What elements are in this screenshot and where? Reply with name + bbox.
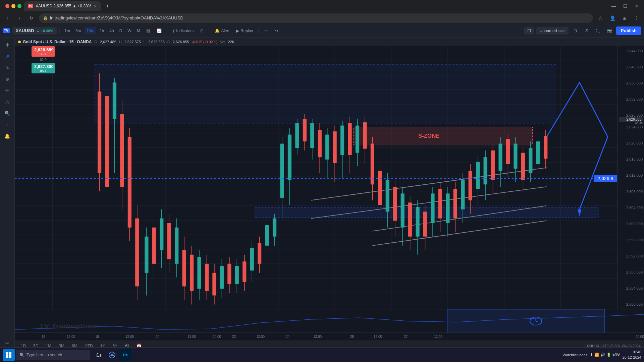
- svg-rect-48: [135, 219, 139, 287]
- svg-rect-152: [529, 148, 532, 173]
- undo-btn[interactable]: ↩: [261, 26, 271, 36]
- replay-btn[interactable]: ▶ Replay: [233, 27, 256, 35]
- time-label-1200-1: 12:00: [67, 335, 75, 339]
- svg-rect-58: [175, 228, 178, 264]
- restore-window-btn[interactable]: ☐: [621, 1, 630, 11]
- menu-btn[interactable]: ⋮: [632, 13, 641, 23]
- time-label-25: 25: [350, 335, 354, 339]
- sidebar-arrow-tool[interactable]: ↗: [2, 51, 13, 62]
- browser-tab[interactable]: TV XAUUSD 2,626.855 ▲ +0.38% ✕: [24, 1, 101, 11]
- templates-btn[interactable]: ⊞: [198, 27, 206, 35]
- close-btn[interactable]: [5, 4, 9, 8]
- taskbar-photoshop-btn[interactable]: Ps: [119, 349, 131, 361]
- timeframe-4h[interactable]: 4h: [107, 27, 116, 35]
- time-label-27: 27: [404, 335, 408, 339]
- fullscreen-btn[interactable]: ⛶: [593, 26, 603, 36]
- timeframe-w[interactable]: W: [125, 27, 133, 35]
- sidebar-draw-tool[interactable]: ✎: [2, 62, 13, 73]
- timeframe-d[interactable]: D: [117, 27, 124, 35]
- svg-text:2,626.8: 2,626.8: [598, 176, 613, 181]
- alert-btn[interactable]: 🔔 Alert: [212, 27, 232, 35]
- sidebar-measure-tool[interactable]: 🔍: [2, 108, 13, 119]
- toolbar-sep-2: [167, 27, 167, 34]
- price-level: 2,596.000: [619, 238, 643, 242]
- tv-logo: TV: [3, 28, 10, 33]
- svg-rect-80: [258, 243, 261, 264]
- start-button[interactable]: [3, 349, 15, 361]
- replay-label: Replay: [240, 28, 253, 33]
- svg-rect-161: [447, 309, 605, 333]
- refresh-btn[interactable]: ↻: [27, 13, 36, 23]
- chart-canvas[interactable]: S-ZONE: [15, 46, 617, 309]
- sidebar-cursor-tool[interactable]: ✚: [2, 40, 13, 50]
- sidebar-fib-tool[interactable]: ✏: [2, 85, 13, 96]
- time-label-1200-2: 12:00: [125, 335, 134, 339]
- screenshot-icon: ⊡: [574, 28, 577, 33]
- sidebar-alert-tool[interactable]: 🔔: [2, 131, 13, 141]
- timeframe-1m[interactable]: 1m: [62, 27, 72, 35]
- address-bar[interactable]: 🔒 in.tradingview.com/chart/ZeVXyKXM/?sym…: [39, 13, 593, 23]
- nav-chart[interactable]: TV TradingView: [15, 309, 644, 333]
- timeframe-m[interactable]: M: [135, 27, 142, 35]
- chart-type-btn[interactable]: ▤: [144, 27, 153, 35]
- tradingview-app: TV XAUUSD ▲ +0.38% 1m 5m 15m 1h 4h D W M…: [0, 24, 644, 362]
- back-btn[interactable]: ‹: [3, 13, 12, 23]
- tray-icon-1: ⬆: [590, 353, 593, 357]
- svg-rect-112: [378, 171, 382, 205]
- svg-rect-29: [354, 127, 532, 145]
- buy-button[interactable]: 2,627.300 BUY: [32, 63, 55, 73]
- current-price-label: 2,626.855: [619, 117, 643, 122]
- timeframe-15m[interactable]: 15m: [85, 27, 96, 35]
- layout-btn[interactable]: ☐: [524, 27, 534, 35]
- unnamed-btn[interactable]: Unnamed Save: [536, 27, 569, 35]
- svg-rect-138: [476, 162, 480, 189]
- profile-btn[interactable]: 👤: [608, 13, 617, 23]
- tv-toolbar: TV XAUUSD ▲ +0.38% 1m 5m 15m 1h 4h D W M…: [0, 24, 644, 38]
- screenshot-btn[interactable]: ⊡: [571, 26, 580, 36]
- minimize-window-btn[interactable]: —: [609, 1, 619, 11]
- price-level: 2,588.000: [619, 270, 643, 274]
- left-sidebar: ✚ ↗ ✎ ⊕ ✏ ◎ 🔍 ↕ 🔔 ✂ 🗑: [0, 38, 15, 362]
- time-label-1200-7: 12:00: [434, 335, 442, 339]
- chart-style-btn[interactable]: 📈: [154, 27, 164, 35]
- chart-and-axis: S-ZONE: [15, 46, 644, 309]
- sidebar-zoom-tool[interactable]: ↕: [2, 119, 13, 130]
- svg-rect-94: [310, 123, 314, 148]
- svg-rect-62: [190, 255, 194, 291]
- tab-close-btn[interactable]: ✕: [94, 4, 97, 8]
- close-window-btn[interactable]: ✕: [632, 1, 641, 11]
- svg-rect-88: [288, 135, 291, 180]
- taskbar-explorer-btn[interactable]: 🗂: [93, 349, 105, 361]
- timeframe-1h[interactable]: 1h: [98, 27, 106, 35]
- sidebar-pattern-tool[interactable]: ◎: [2, 97, 13, 107]
- bookmark-btn[interactable]: ☆: [596, 13, 605, 23]
- publish-button[interactable]: Publish: [616, 26, 641, 35]
- time-label-2000-2: 20:00: [636, 335, 644, 339]
- svg-rect-132: [453, 189, 457, 219]
- svg-rect-46: [128, 137, 131, 227]
- close-label: C: [167, 40, 170, 44]
- price-level: 2,584.000: [619, 286, 643, 290]
- toolbar-sep-3: [209, 27, 209, 34]
- maximize-btn[interactable]: [17, 4, 21, 8]
- camera-btn[interactable]: 📷: [605, 26, 614, 36]
- time-label-24: 24: [286, 335, 289, 339]
- indicators-btn[interactable]: ƒ Indicators: [170, 27, 197, 35]
- sidebar-gann-tool[interactable]: ⊕: [2, 74, 13, 84]
- sell-button[interactable]: 2,626.689 SELL: [32, 46, 55, 57]
- svg-rect-74: [235, 266, 239, 284]
- taskbar-search[interactable]: 🔍 Type here to search: [16, 350, 90, 360]
- chart-title: Gold Spot / U.S. Dollar · 15 · OANDA: [23, 40, 92, 44]
- symbol-selector[interactable]: XAUUSD ▲ +0.38%: [12, 27, 57, 35]
- lang-label: ENG: [612, 353, 620, 357]
- timeframe-5m[interactable]: 5m: [73, 27, 83, 35]
- forward-btn[interactable]: ›: [15, 13, 24, 23]
- redo-btn[interactable]: ↪: [272, 26, 281, 36]
- svg-rect-128: [438, 189, 442, 219]
- new-tab-button[interactable]: +: [103, 2, 111, 10]
- extensions-btn[interactable]: ⊞: [620, 13, 629, 23]
- taskbar-chrome-btn[interactable]: [106, 349, 118, 361]
- clock-btn[interactable]: ⏱: [582, 26, 591, 36]
- time-label-1200-5: 12:00: [313, 335, 322, 339]
- minimize-btn[interactable]: [11, 4, 15, 8]
